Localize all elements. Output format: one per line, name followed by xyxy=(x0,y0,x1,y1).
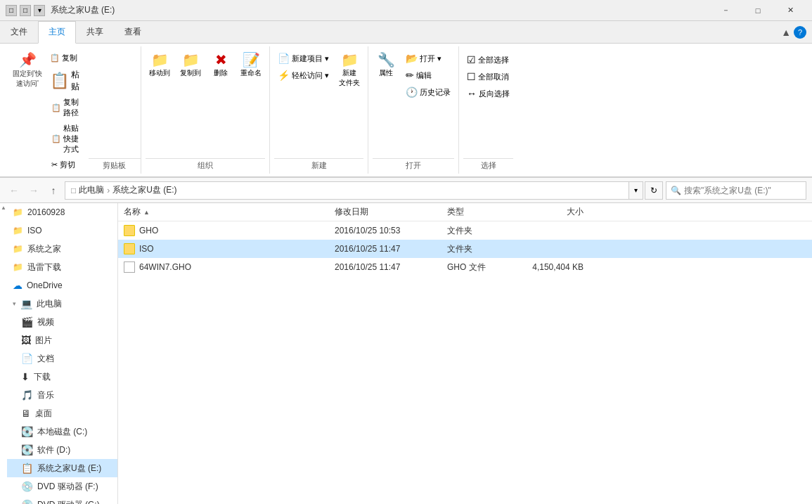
sidebar-item-docs[interactable]: 📄 文档 xyxy=(7,349,117,368)
copy-to-button[interactable]: 📁 复制到 xyxy=(176,49,205,80)
pin-to-quickaccess-button[interactable]: 📌 固定到'快速访问' xyxy=(10,49,45,95)
paste-icon: 📋 xyxy=(50,72,69,90)
maximize-button[interactable]: □ xyxy=(742,0,774,21)
window-controls: － □ ✕ xyxy=(709,0,806,21)
file-row-iso[interactable]: ISO 2016/10/25 11:47 文件夹 xyxy=(118,240,812,258)
breadcrumb-sep: › xyxy=(107,186,110,195)
sidebar-item-music[interactable]: 🎵 音乐 xyxy=(7,386,117,404)
ribbon-tabs: 文件 主页 共享 查看 ▲ ? xyxy=(0,21,812,44)
easy-access-button[interactable]: ⚡ 轻松访问 ▾ xyxy=(274,67,333,83)
pin-label: 固定到'快速访问' xyxy=(13,69,42,89)
tab-share[interactable]: 共享 xyxy=(76,21,114,43)
sidebar-item-desktop[interactable]: 🖥 桌面 xyxy=(7,404,117,422)
help-btn[interactable]: ? xyxy=(794,26,806,39)
ribbon-group-organize: 📁 移动到 📁 复制到 ✖ 删除 📝 重命名 组织 xyxy=(141,46,270,174)
paste-shortcut-button[interactable]: 📋 粘贴快捷方式 xyxy=(48,121,84,157)
selectall-icon: ☑ xyxy=(467,54,476,65)
file-list-empty-area[interactable] xyxy=(118,276,812,504)
select-all-button[interactable]: ☑ 全部选择 xyxy=(463,52,513,67)
title-icon-3[interactable]: ▾ xyxy=(34,5,45,16)
ribbon-group-new: 📄 新建项目 ▾ ⚡ 轻松访问 ▾ 📁 新建文件夹 新建 xyxy=(270,46,368,174)
sidebar-item-video[interactable]: 🎬 视频 xyxy=(7,313,117,331)
history-button[interactable]: 🕐 历史记录 xyxy=(402,84,454,100)
sidebar-item-downloads[interactable]: ⬇ 下载 xyxy=(7,368,117,386)
sidebar-item-drive-f[interactable]: 💿 DVD 驱动器 (F:) xyxy=(7,477,117,496)
drive-d-icon: 💽 xyxy=(21,444,33,455)
new-item-button[interactable]: 📄 新建项目 ▾ xyxy=(274,51,333,66)
ribbon: 文件 主页 共享 查看 ▲ ? 📌 固定到'快速访问' xyxy=(0,21,812,178)
column-name[interactable]: 名称 ▲ xyxy=(124,206,335,218)
sidebar-item-drive-e[interactable]: 📋 系统之家U盘 (E:) xyxy=(7,459,117,477)
sidebar-item-drive-g1[interactable]: 💿 DVD 驱动器 (G:) xyxy=(7,496,117,504)
copy-path-button[interactable]: 📋 复制路径 xyxy=(48,95,84,120)
open-button[interactable]: 📂 打开 ▾ xyxy=(402,51,454,66)
title-bar-icons: □ □ ▾ xyxy=(6,5,45,16)
copy-icon: 📋 xyxy=(50,53,60,63)
rename-button[interactable]: 📝 重命名 xyxy=(237,49,265,80)
refresh-button[interactable]: ↻ xyxy=(645,181,663,200)
back-button[interactable]: ← xyxy=(6,182,22,199)
sidebar-item-xitong[interactable]: 📁 系统之家 xyxy=(7,240,117,258)
thispc-icon: 💻 xyxy=(20,298,32,309)
sidebar-item-onedrive[interactable]: ☁ OneDrive xyxy=(7,276,117,295)
delete-button[interactable]: ✖ 删除 xyxy=(207,49,234,80)
address-breadcrumb-container: □ 此电脑 › 系统之家U盘 (E:) ▾ ↻ xyxy=(65,181,663,200)
close-button[interactable]: ✕ xyxy=(774,0,806,21)
window-title: 系统之家U盘 (E:) xyxy=(51,4,709,16)
copy-path-icon: 📋 xyxy=(51,103,61,112)
sidebar-item-thispc[interactable]: ▾ 💻 此电脑 xyxy=(7,295,117,313)
column-type[interactable]: 类型 xyxy=(447,206,517,218)
tab-home[interactable]: 主页 xyxy=(38,21,76,44)
video-icon: 🎬 xyxy=(21,316,33,328)
move-to-button[interactable]: 📁 移动到 xyxy=(146,49,174,80)
onedrive-icon: ☁ xyxy=(13,280,22,291)
edit-button[interactable]: ✏ 编辑 xyxy=(402,67,454,83)
ribbon-group-clipboard: 📌 固定到'快速访问' 📋 复制 📋 粘贴 xyxy=(6,46,141,174)
sidebar-item-iso-nav[interactable]: 📁 ISO xyxy=(7,221,117,240)
gho-file-icon xyxy=(124,261,135,273)
tab-file[interactable]: 文件 xyxy=(0,21,38,43)
sidebar-item-pictures[interactable]: 🖼 图片 xyxy=(7,331,117,349)
sidebar-item-drive-c[interactable]: 💽 本地磁盘 (C:) xyxy=(7,422,117,441)
file-type-gho: 文件夹 xyxy=(447,225,517,237)
ribbon-content: 📌 固定到'快速访问' 📋 复制 📋 粘贴 xyxy=(0,44,812,177)
easyaccess-icon: ⚡ xyxy=(278,70,290,81)
sidebar-item-drive-d[interactable]: 💽 软件 (D:) xyxy=(7,441,117,459)
newitem-icon: 📄 xyxy=(278,53,290,64)
pin-icon: 📌 xyxy=(19,51,37,68)
new-folder-button[interactable]: 📁 新建文件夹 xyxy=(335,49,363,90)
column-date[interactable]: 修改日期 xyxy=(335,206,447,218)
sidebar-scroll-up[interactable]: ▲ xyxy=(1,205,6,211)
properties-button[interactable]: 🔧 属性 xyxy=(373,49,399,80)
file-row-gho[interactable]: GHO 2016/10/25 10:53 文件夹 xyxy=(118,221,812,240)
deselect-all-button[interactable]: ☐ 全部取消 xyxy=(463,69,513,84)
invert-select-button[interactable]: ↔ 反向选择 xyxy=(463,86,513,101)
forward-button[interactable]: → xyxy=(25,182,42,199)
minimize-button[interactable]: － xyxy=(709,0,742,21)
history-icon: 🕐 xyxy=(406,86,418,98)
ribbon-collapse-btn[interactable]: ▲ xyxy=(781,27,791,38)
search-box[interactable]: 🔍 xyxy=(666,181,806,200)
sidebar-item-xunlei[interactable]: 📁 迅雷下载 xyxy=(7,258,117,276)
search-icon: 🔍 xyxy=(671,186,681,195)
search-input[interactable] xyxy=(684,186,801,195)
breadcrumb-current[interactable]: 系统之家U盘 (E:) xyxy=(112,184,176,196)
quick-access-icon[interactable]: □ xyxy=(6,5,17,16)
cut-button[interactable]: ✂ 剪切 xyxy=(48,157,84,172)
folder-xitong-icon: 📁 xyxy=(13,244,23,254)
clipboard-group-label: 剪贴板 xyxy=(89,158,141,174)
file-row-64win7[interactable]: 64WIN7.GHO 2016/10/25 11:47 GHO 文件 4,150… xyxy=(118,258,812,276)
tab-view[interactable]: 查看 xyxy=(114,21,152,43)
address-dropdown-button[interactable]: ▾ xyxy=(629,181,643,200)
up-button[interactable]: ↑ xyxy=(45,182,62,199)
file-type-64win7: GHO 文件 xyxy=(447,261,517,273)
copy-button[interactable]: 📋 复制 xyxy=(46,51,84,65)
column-size[interactable]: 大小 xyxy=(517,206,595,218)
delete-icon: ✖ xyxy=(215,51,227,68)
breadcrumb-thispc[interactable]: 此电脑 xyxy=(79,184,104,196)
sort-arrow-name: ▲ xyxy=(143,209,150,216)
paste-button[interactable]: 📋 粘贴 xyxy=(46,67,84,95)
sidebar-item-20160928[interactable]: 📁 20160928 xyxy=(7,203,117,221)
title-icon-2[interactable]: □ xyxy=(20,5,31,16)
address-path[interactable]: □ 此电脑 › 系统之家U盘 (E:) xyxy=(65,181,629,200)
